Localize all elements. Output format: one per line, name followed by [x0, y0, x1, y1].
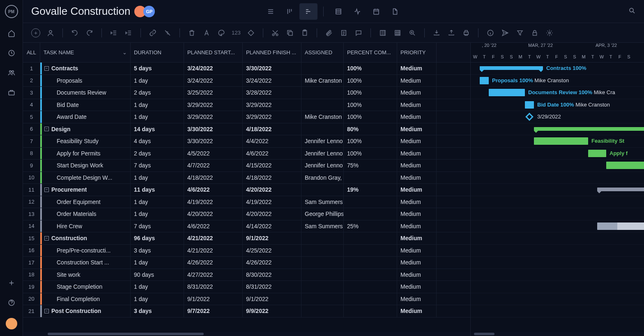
table-row[interactable]: 4Bid Date1 day3/29/20223/29/2022100%Medi… [23, 99, 470, 111]
col-all[interactable]: ALL [23, 43, 40, 62]
collapse-icon[interactable]: − [44, 236, 49, 241]
undo-icon[interactable] [70, 28, 79, 37]
search-icon[interactable] [628, 7, 636, 16]
columns-icon[interactable] [378, 28, 387, 37]
team-icon[interactable] [7, 68, 16, 77]
calendar-view-icon[interactable] [367, 3, 385, 20]
font-icon[interactable] [202, 28, 211, 37]
info-icon[interactable] [486, 28, 495, 37]
gantt-row[interactable]: Contracts 100% [471, 63, 644, 75]
export-icon[interactable] [447, 28, 456, 37]
table-row[interactable]: 5Award Date1 day3/29/20223/29/2022Mike C… [23, 111, 470, 123]
col-priority[interactable]: PRIORITY [397, 43, 437, 62]
lock-icon[interactable] [530, 28, 539, 37]
gantt-bar[interactable] [534, 127, 644, 131]
add-icon[interactable] [7, 278, 16, 287]
grid-icon[interactable] [393, 28, 402, 37]
gantt-bar[interactable] [534, 137, 588, 145]
gantt-body[interactable]: Contracts 100%Proposals 100% Mike Cranst… [471, 63, 644, 332]
gantt-row[interactable]: Documents Review 100% Mike Cra [471, 87, 644, 99]
gantt-bar[interactable] [588, 150, 606, 157]
user-avatar[interactable] [6, 318, 17, 329]
table-row[interactable]: 14Hire Crew7 days4/6/20224/14/2022Sam Su… [23, 220, 470, 233]
table-row[interactable]: 21−Post Construction3 days9/7/20229/9/20… [23, 305, 470, 317]
table-row[interactable]: 10Complete Design W...1 day4/18/20224/18… [23, 172, 470, 184]
chevron-down-icon[interactable]: ⌄ [122, 49, 127, 56]
project-members[interactable]: GP [137, 6, 155, 17]
indent-icon[interactable] [124, 28, 133, 37]
file-view-icon[interactable] [386, 3, 404, 20]
comment-icon[interactable] [354, 28, 363, 37]
gantt-row[interactable] [471, 281, 644, 293]
copy-icon[interactable] [285, 28, 294, 37]
table-row[interactable]: 12Order Equipment1 day4/19/20224/19/2022… [23, 196, 470, 209]
gantt-row[interactable] [471, 269, 644, 281]
redo-icon[interactable] [85, 28, 94, 37]
grid-hscroll[interactable] [23, 332, 470, 336]
assign-icon[interactable] [46, 28, 55, 37]
attach-icon[interactable] [324, 28, 334, 37]
col-task-name[interactable]: TASK NAME⌄ [40, 43, 131, 62]
numbering-label[interactable]: 123 [232, 30, 241, 36]
home-icon[interactable] [7, 29, 16, 38]
help-icon[interactable] [7, 298, 16, 307]
milestone-toggle-icon[interactable] [246, 28, 255, 37]
cut-icon[interactable] [271, 28, 280, 37]
board-view-icon[interactable] [281, 3, 299, 20]
outdent-icon[interactable] [109, 28, 118, 37]
paste-icon[interactable] [300, 28, 309, 37]
briefcase-icon[interactable] [7, 88, 16, 97]
gantt-row[interactable] [471, 208, 644, 220]
table-row[interactable]: 1−Contracts5 days3/24/20223/30/2022100%M… [23, 63, 470, 75]
activity-view-icon[interactable] [348, 3, 366, 20]
table-row[interactable]: 13Order Materials1 day4/20/20224/20/2022… [23, 208, 470, 220]
settings-icon[interactable] [545, 28, 554, 37]
list-view-icon[interactable] [262, 3, 280, 20]
table-row[interactable]: 19Stage Completion1 day8/31/20228/31/202… [23, 281, 470, 293]
sheet-view-icon[interactable] [329, 3, 347, 20]
collapse-icon[interactable]: − [44, 127, 49, 131]
zoom-icon[interactable] [408, 28, 417, 37]
delete-icon[interactable] [187, 28, 196, 37]
table-row[interactable]: 17Construction Start ...1 day4/26/20224/… [23, 257, 470, 269]
app-logo[interactable]: PM [5, 5, 18, 18]
gantt-bar[interactable] [480, 66, 543, 70]
table-row[interactable]: 15−Construction96 days4/21/20229/1/2022M… [23, 232, 470, 245]
gantt-bar[interactable] [606, 162, 644, 169]
gantt-bar[interactable] [525, 101, 534, 109]
grid-body[interactable]: 1−Contracts5 days3/24/20223/30/2022100%M… [23, 63, 470, 332]
gantt-row[interactable] [471, 172, 644, 184]
gantt-row[interactable]: Apply f [471, 148, 644, 160]
collapse-icon[interactable]: − [44, 188, 49, 192]
gantt-row[interactable] [471, 123, 644, 136]
member-avatar-2[interactable]: GP [143, 6, 155, 17]
col-duration[interactable]: DURATION [131, 43, 184, 62]
gantt-row[interactable]: Proposals 100% Mike Cranston [471, 75, 644, 87]
table-row[interactable]: 20Final Completion1 day9/1/20229/1/2022M… [23, 293, 470, 306]
import-icon[interactable] [432, 28, 441, 37]
gantt-view-icon[interactable] [299, 3, 317, 20]
col-planned-start[interactable]: PLANNED START... [184, 43, 243, 62]
add-task-icon[interactable]: + [31, 28, 40, 37]
gantt-row[interactable] [471, 160, 644, 172]
print-icon[interactable] [462, 28, 471, 37]
collapse-icon[interactable]: − [44, 66, 49, 71]
gantt-row[interactable] [471, 184, 644, 196]
table-row[interactable]: 11−Procurement11 days4/6/20224/20/202219… [23, 184, 470, 196]
table-row[interactable]: 6−Design14 days3/30/20224/18/202280%Medi… [23, 123, 470, 136]
gantt-bar[interactable] [597, 222, 644, 230]
gantt-row[interactable] [471, 232, 644, 245]
recent-icon[interactable] [7, 49, 16, 58]
link-icon[interactable] [148, 28, 157, 37]
gantt-row[interactable] [471, 220, 644, 233]
table-row[interactable]: 8Apply for Permits2 days4/5/20224/6/2022… [23, 148, 470, 160]
gantt-hscroll[interactable] [471, 332, 644, 336]
gantt-bar[interactable] [597, 188, 644, 191]
milestone-icon[interactable] [525, 113, 534, 121]
gantt-bar[interactable] [489, 89, 525, 96]
gantt-row[interactable] [471, 257, 644, 269]
unlink-icon[interactable] [163, 28, 172, 37]
table-row[interactable]: 16Prep/Pre-constructi...3 days4/21/20224… [23, 245, 470, 257]
table-row[interactable]: 7Feasibility Study4 days3/30/20224/4/202… [23, 135, 470, 148]
table-row[interactable]: 18Site work90 days4/27/20228/30/2022Medi… [23, 269, 470, 281]
